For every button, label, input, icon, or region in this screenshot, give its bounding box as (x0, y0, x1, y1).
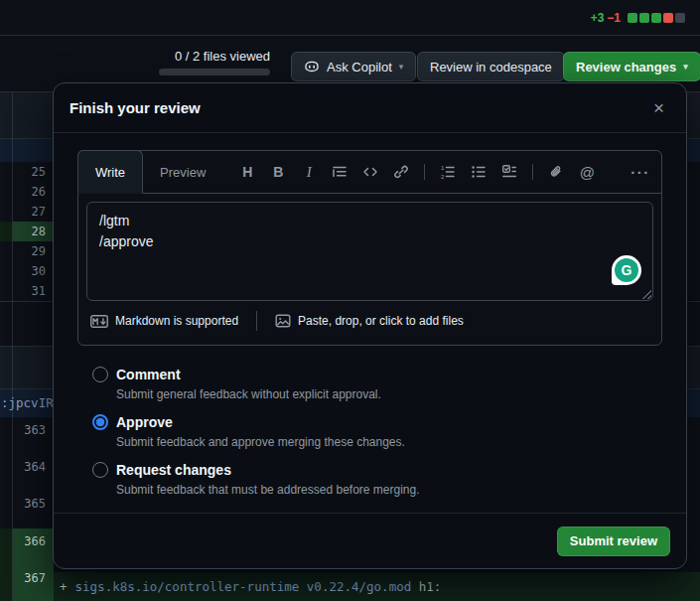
svg-text:2: 2 (441, 174, 445, 180)
ordered-list-icon[interactable]: 12 (435, 159, 461, 185)
link-icon[interactable] (388, 159, 414, 185)
close-icon[interactable]: × (647, 96, 670, 119)
svg-text:1: 1 (441, 165, 445, 171)
radio-approve-selected[interactable] (92, 414, 108, 430)
line-number[interactable]: 364 (13, 454, 54, 491)
line-number[interactable]: 367 (13, 565, 54, 601)
dialog-body: Write Preview H B I (54, 133, 686, 498)
bullet-list-icon[interactable] (466, 159, 491, 185)
mention-icon[interactable]: @ (574, 159, 600, 185)
option-comment-label: Comment (116, 365, 381, 384)
markdown-supported-link[interactable]: Markdown is supported (90, 314, 238, 328)
footer-divider (256, 311, 257, 331)
more-options-icon[interactable]: ··· (628, 159, 653, 185)
line-number[interactable]: 31 (13, 281, 54, 301)
dialog-header: Finish your review × (54, 83, 686, 133)
tab-write[interactable]: Write (77, 150, 143, 194)
editor-toolbar: H B I 12 (234, 151, 661, 193)
submit-review-button[interactable]: Submit review (557, 526, 670, 556)
finish-review-dialog: Finish your review × Write Preview H B I (53, 82, 687, 569)
line-number[interactable]: 365 (13, 491, 54, 528)
quote-icon[interactable] (327, 159, 352, 185)
markdown-supported-label: Markdown is supported (115, 314, 238, 328)
version-link[interactable]: v0.22.4/go.mod (307, 579, 411, 594)
option-comment-description: Submit general feedback without explicit… (116, 386, 381, 402)
option-approve-label: Approve (116, 412, 405, 432)
editor-area: /lgtm /approve G (78, 194, 661, 309)
image-icon (275, 313, 291, 329)
editor-footer: Markdown is supported Paste, drop, or cl… (78, 309, 661, 345)
line-number[interactable]: 26 (13, 182, 54, 202)
option-comment[interactable]: Comment Submit general feedback without … (77, 365, 662, 402)
review-comment-textarea[interactable]: /lgtm /approve (86, 202, 653, 301)
tab-preview[interactable]: Preview (143, 151, 222, 193)
dialog-title: Finish your review (70, 99, 201, 116)
italic-icon[interactable]: I (296, 159, 322, 185)
paste-drop-files-button[interactable]: Paste, drop, or click to add files (275, 313, 464, 329)
line-number[interactable]: 27 (13, 202, 54, 222)
toolbar-divider (532, 164, 533, 180)
line-number[interactable]: 30 (13, 261, 54, 281)
diff-added-line-content: +sigs.k8s.io/controller-runtime v0.22.4/… (54, 572, 700, 601)
paperclip-icon[interactable] (543, 159, 569, 185)
option-request-changes[interactable]: Request changes Submit feedback that mus… (77, 460, 662, 498)
module-link[interactable]: sigs.k8s.io/controller-runtime (75, 579, 300, 594)
dialog-footer: Submit review (54, 513, 686, 568)
line-number[interactable]: 366 (13, 528, 54, 565)
review-type-options: Comment Submit general feedback without … (77, 365, 662, 498)
paste-drop-files-label: Paste, drop, or click to add files (298, 314, 464, 328)
task-list-icon[interactable] (496, 159, 522, 185)
submit-review-label: Submit review (570, 533, 657, 548)
bold-icon[interactable]: B (265, 159, 291, 185)
hash-prefix: h1: (419, 579, 442, 594)
option-approve-description: Submit feedback and approve merging thes… (116, 434, 405, 450)
line-number[interactable]: 25 (13, 162, 54, 182)
diff-plus-sign: + (60, 579, 68, 594)
code-icon[interactable] (357, 159, 383, 185)
markdown-icon (90, 315, 108, 328)
toolbar-divider (424, 164, 425, 180)
option-request-changes-label: Request changes (116, 460, 420, 480)
option-approve[interactable]: Approve Submit feedback and approve merg… (77, 412, 662, 450)
editor-tab-bar: Write Preview H B I (78, 151, 661, 194)
line-number[interactable]: 363 (13, 417, 54, 454)
line-number[interactable]: 28 (13, 222, 54, 241)
comment-editor: Write Preview H B I (77, 150, 662, 346)
gutter-border (12, 92, 13, 601)
radio-comment[interactable] (92, 367, 108, 382)
pr-review-screen: 25 26 27 28 29 30 31 :jpcvIR (0, 0, 700, 601)
line-number[interactable]: 29 (13, 241, 54, 261)
option-request-changes-description: Submit feedback that must be addressed b… (116, 482, 420, 498)
grammarly-icon[interactable]: G (612, 255, 641, 285)
radio-request-changes[interactable] (92, 462, 108, 478)
heading-icon[interactable]: H (234, 159, 260, 185)
